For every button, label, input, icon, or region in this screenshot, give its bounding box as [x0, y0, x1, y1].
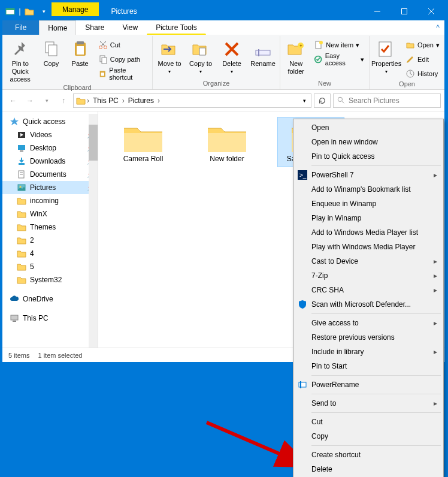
folder-large-icon	[122, 121, 165, 155]
qat-dropdown-icon[interactable]: ▾	[37, 5, 50, 18]
move-to-button[interactable]: Move to▾	[155, 37, 184, 75]
menu-powerrename[interactable]: PowerRename	[295, 378, 442, 392]
paste-shortcut-button[interactable]: Paste shortcut	[96, 67, 150, 80]
sidebar-item-downloads[interactable]: Downloads📌	[2, 155, 98, 168]
sidebar-item-themes[interactable]: Themes	[2, 221, 98, 234]
sidebar-item-winx[interactable]: WinX	[2, 207, 98, 221]
menu-create-shortcut[interactable]: Create shortcut	[295, 448, 442, 462]
refresh-button[interactable]	[314, 93, 331, 108]
cut-button[interactable]: Cut	[96, 38, 150, 52]
navigation-bar: ← → ▾ ↑ › This PC › Pictures › ▾ Search …	[2, 90, 444, 111]
sidebar-item-2[interactable]: 2	[2, 234, 98, 247]
tab-picture-tools[interactable]: Picture Tools	[147, 20, 205, 35]
group-label: New	[283, 80, 367, 88]
sidebar-item-system32[interactable]: System32	[2, 273, 98, 286]
menu-crc-sha[interactable]: CRC SHA▸	[295, 283, 442, 297]
tab-view[interactable]: View	[113, 20, 147, 35]
qat-folder-icon[interactable]	[23, 5, 36, 18]
system-menu-icon[interactable]	[4, 5, 17, 18]
item-icon	[17, 262, 26, 271]
breadcrumb-thispc[interactable]: This PC	[90, 96, 121, 105]
sidebar-item-videos[interactable]: Videos📌	[2, 128, 98, 141]
sidebar-item-incoming[interactable]: incoming	[2, 194, 98, 207]
easy-access-button[interactable]: Easy access ▾	[311, 53, 367, 66]
ribbon-group-organize: Move to▾ Copy to▾ Delete▾ Rename Organiz…	[153, 36, 280, 89]
svg-rect-36	[19, 163, 25, 165]
sidebar-item-desktop[interactable]: Desktop📌	[2, 141, 98, 155]
menu-restore-previous-versions[interactable]: Restore previous versions	[295, 330, 442, 345]
breadcrumb-pictures[interactable]: Pictures	[126, 96, 156, 105]
menu-enqueue-in-winamp[interactable]: Enqueue in Winamp	[295, 197, 442, 211]
menu-play-in-winamp[interactable]: Play in Winamp	[295, 211, 442, 225]
scrollbar[interactable]	[89, 114, 98, 348]
menu-play-with-windows-media-player[interactable]: Play with Windows Media Player	[295, 240, 442, 254]
item-icon	[17, 183, 26, 192]
new-folder-button[interactable]: ✦New folder	[283, 37, 309, 76]
folder-large-icon	[205, 121, 249, 155]
thispc-header[interactable]: This PC	[2, 312, 98, 325]
item-icon	[17, 209, 26, 219]
menu-copy[interactable]: Copy	[295, 429, 442, 443]
copy-path-button[interactable]: Copy path	[96, 53, 150, 66]
tab-home[interactable]: Home	[39, 20, 76, 35]
menu-scan-with-microsoft-defender-[interactable]: Scan with Microsoft Defender...	[295, 297, 442, 312]
menu-open-in-new-window[interactable]: Open in new window	[295, 135, 442, 149]
onedrive-header[interactable]: OneDrive	[2, 292, 98, 306]
svg-line-13	[100, 41, 105, 46]
menu-delete[interactable]: Delete	[295, 462, 442, 476]
forward-button[interactable]: →	[23, 93, 37, 108]
menu-open[interactable]: Open	[295, 120, 442, 135]
menu-pin-to-start[interactable]: Pin to Start	[295, 359, 442, 373]
menu-send-to[interactable]: Send to▸	[295, 396, 442, 410]
item-icon	[17, 170, 26, 179]
address-dropdown-icon[interactable]: ▾	[301, 98, 308, 104]
sidebar-item-documents[interactable]: Documents📌	[2, 168, 98, 181]
open-button[interactable]: Open ▾	[403, 38, 442, 52]
sidebar-item-4[interactable]: 4	[2, 247, 98, 260]
menu-include-in-library[interactable]: Include in library▸	[295, 345, 442, 359]
chevron-right-icon[interactable]: ›	[122, 96, 125, 105]
quick-access-header[interactable]: Quick access	[2, 115, 98, 128]
minimize-button[interactable]	[364, 2, 391, 20]
address-bar[interactable]: › This PC › Pictures › ▾	[73, 93, 311, 108]
properties-button[interactable]: Properties▾	[372, 37, 401, 75]
edit-button[interactable]: Edit	[403, 53, 442, 66]
item-icon	[17, 130, 26, 140]
menu-add-to-windows-media-player-list[interactable]: Add to Windows Media Player list	[295, 225, 442, 240]
paste-icon	[71, 40, 90, 59]
maximize-button[interactable]	[391, 2, 417, 20]
new-item-button[interactable]: New item ▾	[311, 38, 367, 52]
chevron-right-icon[interactable]: ›	[158, 96, 160, 105]
search-input[interactable]: Search Pictures	[333, 93, 441, 108]
paste-button[interactable]: Paste	[67, 37, 93, 68]
tab-share[interactable]: Share	[76, 20, 113, 35]
sidebar-item-pictures[interactable]: Pictures📌	[2, 181, 98, 194]
menu-give-access-to[interactable]: Give access to▸	[295, 316, 442, 330]
selection-count: 1 item selected	[38, 352, 82, 359]
up-button[interactable]: ↑	[56, 93, 71, 108]
delete-button[interactable]: Delete▾	[217, 37, 246, 75]
chevron-right-icon[interactable]: ›	[87, 96, 89, 105]
copy-to-button[interactable]: Copy to▾	[186, 37, 215, 75]
history-button[interactable]: History	[403, 67, 442, 80]
folder-camera-roll[interactable]: Camera Roll	[110, 117, 176, 167]
paste-shortcut-icon	[98, 69, 107, 79]
folder-new-folder[interactable]: New folder	[194, 117, 260, 167]
ribbon-collapse-icon[interactable]: ^	[431, 20, 444, 35]
sidebar-item-5[interactable]: 5	[2, 260, 98, 273]
rename-icon	[253, 40, 273, 59]
menu-7-zip[interactable]: 7-Zip▸	[295, 268, 442, 283]
menu-add-to-winamp-s-bookmark-list[interactable]: Add to Winamp's Bookmark list	[295, 182, 442, 197]
menu-powershell-7[interactable]: >_PowerShell 7▸	[295, 168, 442, 182]
pin-to-quick-access-button[interactable]: Pin to Quick access	[5, 37, 35, 84]
close-button[interactable]	[417, 2, 444, 20]
rename-button[interactable]: Rename	[249, 37, 277, 68]
menu-pin-to-quick-access[interactable]: Pin to Quick access	[295, 149, 442, 164]
back-button[interactable]: ←	[6, 93, 20, 108]
tab-file[interactable]: File	[2, 20, 39, 35]
menu-cast-to-device[interactable]: Cast to Device▸	[295, 254, 442, 268]
recent-dropdown[interactable]: ▾	[40, 93, 54, 108]
menu-cut[interactable]: Cut	[295, 415, 442, 429]
copy-label: Copy	[44, 60, 59, 68]
copy-button[interactable]: Copy	[38, 37, 64, 68]
